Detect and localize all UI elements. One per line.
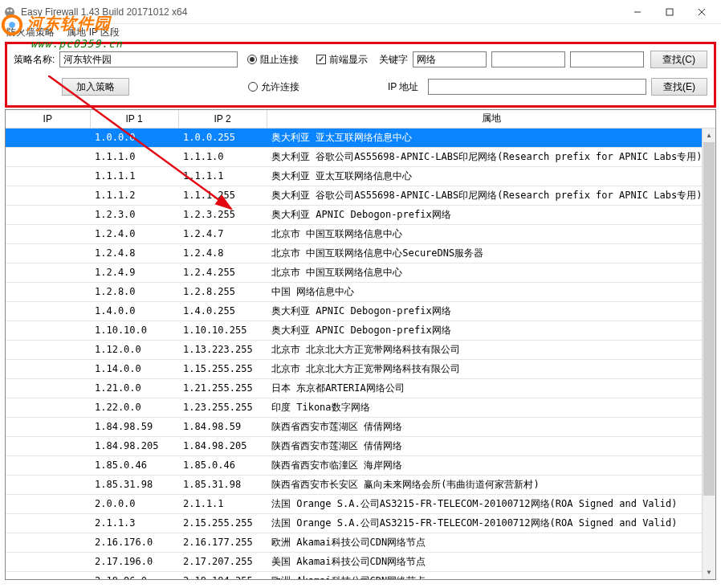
cell-location: 奥大利亚 APNIC Debogon-prefix网络 bbox=[267, 205, 715, 224]
extra-input-2[interactable] bbox=[570, 51, 644, 67]
table-row[interactable]: 1.14.0.01.15.255.255北京市 北京北大方正宽带网络科技有限公司 bbox=[6, 359, 715, 378]
cell-ip2: 1.1.1.1 bbox=[178, 166, 267, 186]
cell-ip2: 1.2.8.255 bbox=[178, 282, 267, 301]
table-row[interactable]: 1.10.10.01.10.10.255奥大利亚 APNIC Debogon-p… bbox=[6, 321, 715, 340]
cell-ip1: 2.1.1.3 bbox=[90, 513, 178, 533]
cell-ip1: 1.4.0.0 bbox=[90, 301, 178, 321]
ip-address-input[interactable] bbox=[428, 79, 646, 95]
cell-location: 奥大利亚 亚太互联网络信息中心 bbox=[267, 128, 715, 147]
cell-ip bbox=[6, 533, 90, 552]
cell-location: 印度 Tikona数字网络 bbox=[267, 398, 715, 417]
search-panel: 策略名称: 阻止连接 前端显示 关键字 查找(C) 加入策略 允许连接 IP 地… bbox=[5, 42, 716, 108]
find-e-button[interactable]: 查找(E) bbox=[651, 78, 707, 96]
cell-ip2: 2.1.1.1 bbox=[178, 494, 267, 513]
cell-ip1: 1.0.0.0 bbox=[90, 128, 178, 147]
table-row[interactable]: 1.22.0.01.23.255.255印度 Tikona数字网络 bbox=[6, 398, 715, 417]
cell-ip2: 1.2.4.255 bbox=[178, 263, 267, 282]
cell-ip2: 1.2.4.7 bbox=[178, 224, 267, 243]
table-row[interactable]: 1.1.1.11.1.1.1奥大利亚 亚太互联网络信息中心 bbox=[6, 166, 715, 186]
table-row[interactable]: 1.21.0.01.21.255.255日本 东京都ARTERIA网络公司 bbox=[6, 378, 715, 398]
cell-ip2: 1.10.10.255 bbox=[178, 321, 267, 340]
table-row[interactable]: 1.84.98.2051.84.98.205陕西省西安市莲湖区 倩倩网络 bbox=[6, 436, 715, 455]
cell-ip bbox=[6, 224, 90, 243]
table-row[interactable]: 1.1.1.21.1.1.255奥大利亚 谷歌公司AS55698-APNIC-L… bbox=[6, 186, 715, 205]
col-header-location[interactable]: 属地 bbox=[267, 110, 715, 128]
table-row[interactable]: 2.16.176.02.16.177.255欧洲 Akamai科技公司CDN网络… bbox=[6, 533, 715, 552]
ip-table: IP IP 1 IP 2 属地 1.0.0.01.0.0.255奥大利亚 亚太互… bbox=[6, 110, 715, 580]
cell-ip bbox=[6, 455, 90, 475]
cell-ip1: 1.2.4.0 bbox=[90, 224, 178, 243]
cell-location: 北京市 北京北大方正宽带网络科技有限公司 bbox=[267, 359, 715, 378]
cell-ip bbox=[6, 166, 90, 186]
radio-allow-connection[interactable] bbox=[248, 82, 258, 92]
table-row[interactable]: 1.85.31.981.85.31.98陕西省西安市长安区 赢向未来网络会所(韦… bbox=[6, 475, 715, 494]
cell-ip bbox=[6, 340, 90, 359]
table-row[interactable]: 1.1.1.01.1.1.0奥大利亚 谷歌公司AS55698-APNIC-LAB… bbox=[6, 147, 715, 166]
cell-ip1: 1.21.0.0 bbox=[90, 378, 178, 398]
svg-point-4 bbox=[7, 9, 10, 11]
cell-ip1: 1.2.8.0 bbox=[90, 282, 178, 301]
menu-firewall-policy[interactable]: 防火墙策略 bbox=[6, 27, 55, 38]
scroll-down-arrow[interactable]: ▼ bbox=[703, 566, 715, 579]
cell-ip1: 1.2.4.8 bbox=[90, 243, 178, 263]
menu-ip-region[interactable]: 属地 IP 区段 bbox=[67, 27, 120, 38]
find-c-button[interactable]: 查找(C) bbox=[650, 51, 707, 68]
cell-location: 奥大利亚 谷歌公司AS55698-APNIC-LABS印尼网络(Research… bbox=[267, 147, 715, 166]
minimize-button[interactable] bbox=[621, 2, 654, 22]
cell-ip bbox=[6, 494, 90, 513]
cell-ip2: 1.84.98.205 bbox=[178, 436, 267, 455]
table-row[interactable]: 1.2.4.81.2.4.8北京市 中国互联网络信息中心SecureDNS服务器 bbox=[6, 243, 715, 263]
cell-ip2: 2.18.184.255 bbox=[178, 571, 267, 580]
cell-location: 欧洲 Akamai科技公司CDN网络节点 bbox=[267, 571, 715, 580]
col-header-ip1[interactable]: IP 1 bbox=[90, 110, 178, 128]
add-policy-button[interactable]: 加入策略 bbox=[62, 78, 129, 96]
extra-input-1[interactable] bbox=[491, 51, 565, 67]
cell-ip1: 2.17.196.0 bbox=[90, 552, 178, 571]
checkbox-front-display[interactable] bbox=[316, 55, 326, 64]
table-row[interactable]: 1.12.0.01.13.223.255北京市 北京北大方正宽带网络科技有限公司 bbox=[6, 340, 715, 359]
cell-ip bbox=[6, 147, 90, 166]
cell-ip bbox=[6, 417, 90, 436]
cell-ip2: 1.2.4.8 bbox=[178, 243, 267, 263]
cell-ip2: 1.84.98.59 bbox=[178, 417, 267, 436]
table-row[interactable]: 2.18.96.02.18.184.255欧洲 Akamai科技公司CDN网络节… bbox=[6, 571, 715, 580]
table-row[interactable]: 2.17.196.02.17.207.255美国 Akamai科技公司CDN网络… bbox=[6, 552, 715, 571]
cell-ip2: 1.2.3.255 bbox=[178, 205, 267, 224]
col-header-ip2[interactable]: IP 2 bbox=[178, 110, 267, 128]
policy-name-input[interactable] bbox=[59, 51, 238, 67]
close-button[interactable] bbox=[686, 2, 718, 22]
cell-location: 陕西省西安市长安区 赢向未来网络会所(韦曲街道何家营新村) bbox=[267, 475, 715, 494]
table-row[interactable]: 1.0.0.01.0.0.255奥大利亚 亚太互联网络信息中心 bbox=[6, 128, 715, 147]
cell-ip bbox=[6, 186, 90, 205]
cell-ip bbox=[6, 128, 90, 147]
table-row[interactable]: 2.0.0.02.1.1.1法国 Orange S.A.公司AS3215-FR-… bbox=[6, 494, 715, 513]
cell-ip1: 1.14.0.0 bbox=[90, 359, 178, 378]
table-row[interactable]: 1.2.4.01.2.4.7北京市 中国互联网络信息中心 bbox=[6, 224, 715, 243]
ip-address-label: IP 地址 bbox=[388, 80, 418, 94]
table-row[interactable]: 1.2.8.01.2.8.255中国 网络信息中心 bbox=[6, 282, 715, 301]
cell-ip2: 1.1.1.0 bbox=[178, 147, 267, 166]
cell-ip2: 1.0.0.255 bbox=[178, 128, 267, 147]
table-row[interactable]: 1.4.0.01.4.0.255奥大利亚 APNIC Debogon-prefi… bbox=[6, 301, 715, 321]
table-row[interactable]: 1.85.0.461.85.0.46陕西省西安市临潼区 海岸网络 bbox=[6, 455, 715, 475]
radio-allow-label: 允许连接 bbox=[261, 80, 299, 94]
app-icon bbox=[3, 6, 16, 18]
maximize-button[interactable] bbox=[654, 2, 686, 22]
table-row[interactable]: 1.2.3.01.2.3.255奥大利亚 APNIC Debogon-prefi… bbox=[6, 205, 715, 224]
cell-location: 美国 Akamai科技公司CDN网络节点 bbox=[267, 552, 715, 571]
cell-ip bbox=[6, 513, 90, 533]
cell-ip1: 1.2.4.9 bbox=[90, 263, 178, 282]
cell-ip bbox=[6, 359, 90, 378]
cell-location: 北京市 中国互联网络信息中心SecureDNS服务器 bbox=[267, 243, 715, 263]
radio-block-label: 阻止连接 bbox=[260, 53, 299, 67]
table-row[interactable]: 1.2.4.91.2.4.255北京市 中国互联网络信息中心 bbox=[6, 263, 715, 282]
radio-block-connection[interactable] bbox=[247, 55, 257, 64]
table-row[interactable]: 1.84.98.591.84.98.59陕西省西安市莲湖区 倩倩网络 bbox=[6, 417, 715, 436]
scroll-thumb[interactable] bbox=[703, 142, 715, 496]
table-row[interactable]: 2.1.1.32.15.255.255法国 Orange S.A.公司AS321… bbox=[6, 513, 715, 533]
scroll-up-arrow[interactable]: ▲ bbox=[703, 129, 715, 142]
keyword-input[interactable] bbox=[413, 51, 487, 67]
col-header-ip[interactable]: IP bbox=[6, 110, 90, 128]
vertical-scrollbar[interactable]: ▲ ▼ bbox=[702, 129, 715, 579]
cell-ip bbox=[6, 378, 90, 398]
